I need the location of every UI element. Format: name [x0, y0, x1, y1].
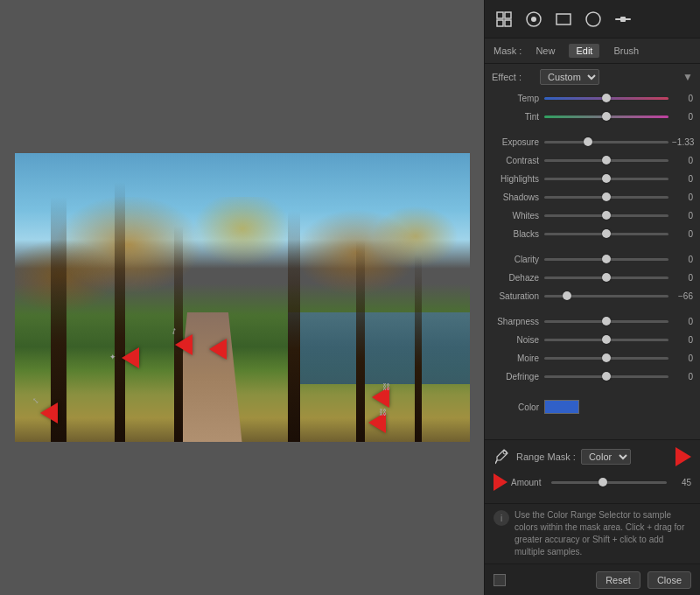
noise-track[interactable]: [544, 339, 668, 341]
blacks-slider-row: Blacks 0: [492, 226, 693, 242]
defringe-value: 0: [668, 372, 693, 382]
exposure-value: −1.33: [668, 137, 693, 147]
close-button[interactable]: Close: [648, 571, 691, 589]
marker-3: [209, 339, 227, 360]
range-tool-icon[interactable]: [611, 7, 635, 32]
tint-label: Tint: [492, 112, 544, 122]
blacks-thumb[interactable]: [602, 229, 611, 238]
effect-label: Effect :: [492, 72, 540, 82]
square-tool-icon[interactable]: [551, 7, 576, 32]
eyedropper-icon[interactable]: [494, 448, 511, 466]
noise-thumb[interactable]: [602, 335, 611, 344]
range-mask-select[interactable]: Color: [581, 449, 631, 465]
grid-tool-icon[interactable]: [492, 7, 516, 32]
temp-slider-row: Temp 0: [492, 90, 693, 106]
tree-4: [288, 211, 300, 442]
image-area: ✦ ⤢ ⤡ ⛓ ⛓: [0, 0, 484, 595]
temp-track[interactable]: [544, 97, 668, 100]
tree-5: [356, 240, 365, 442]
whites-label: Whites: [492, 211, 544, 220]
range-mask-row: Range Mask : Color: [494, 447, 691, 466]
toolbar: [485, 0, 700, 38]
marker-6-icon: ⛓: [379, 408, 387, 416]
enable-checkbox[interactable]: [494, 574, 506, 586]
contrast-thumb[interactable]: [602, 156, 611, 164]
marker-2: [175, 334, 192, 355]
tab-new[interactable]: New: [528, 44, 562, 58]
dehaze-slider-row: Dehaze 0: [492, 270, 693, 285]
sharpness-thumb[interactable]: [602, 317, 611, 326]
water-area: [288, 312, 470, 385]
tint-thumb[interactable]: [602, 112, 611, 121]
range-mask-section: Range Mask : Color Amount 45: [485, 439, 700, 503]
clarity-track[interactable]: [544, 258, 668, 261]
color-swatch[interactable]: [544, 400, 579, 414]
highlights-value: 0: [668, 174, 693, 184]
photo-scene: ✦ ⤢ ⤡ ⛓ ⛓: [15, 153, 470, 442]
mask-row: Mask : New Edit Brush: [485, 38, 700, 64]
highlights-thumb[interactable]: [602, 174, 611, 183]
shadows-thumb[interactable]: [602, 192, 611, 201]
photo-container: ✦ ⤢ ⤡ ⛓ ⛓: [15, 153, 470, 442]
amount-value: 45: [667, 478, 691, 487]
marker-1: [122, 347, 139, 368]
saturation-label: Saturation: [492, 291, 544, 301]
exposure-track[interactable]: [544, 141, 668, 144]
bottom-bar: Reset Close: [485, 564, 700, 595]
reset-button[interactable]: Reset: [596, 571, 640, 589]
marker-4-icon: ⤡: [32, 396, 39, 405]
tint-value: 0: [668, 112, 693, 122]
highlights-label: Highlights: [492, 174, 544, 184]
defringe-track[interactable]: [544, 375, 668, 378]
clarity-slider-row: Clarity 0: [492, 251, 693, 267]
amount-row: Amount 45: [494, 473, 691, 491]
noise-label: Noise: [492, 335, 544, 345]
defringe-slider-row: Defringe 0: [492, 368, 693, 384]
shadows-value: 0: [668, 192, 693, 202]
temp-thumb[interactable]: [602, 94, 611, 102]
shadows-track[interactable]: [544, 196, 668, 199]
amount-thumb[interactable]: [598, 478, 607, 486]
clarity-thumb[interactable]: [602, 255, 611, 263]
moire-label: Moire: [492, 354, 544, 363]
hint-text: Use the Color Range Selector to sample c…: [514, 509, 691, 558]
shadows-slider-row: Shadows 0: [492, 189, 693, 205]
svg-rect-1: [505, 12, 511, 18]
whites-thumb[interactable]: [602, 211, 611, 220]
saturation-thumb[interactable]: [563, 291, 571, 300]
effect-select[interactable]: Custom: [540, 69, 599, 85]
whites-track[interactable]: [544, 214, 668, 217]
marker-4: [40, 402, 58, 424]
temp-label: Temp: [492, 94, 544, 103]
contrast-track[interactable]: [544, 159, 668, 162]
funnel-icon: ▼: [682, 71, 693, 83]
exposure-thumb[interactable]: [584, 137, 592, 146]
svg-point-5: [531, 17, 536, 22]
range-mask-label: Range Mask :: [516, 452, 576, 462]
moire-track[interactable]: [544, 357, 668, 360]
sharpness-value: 0: [668, 317, 693, 326]
defringe-thumb[interactable]: [602, 372, 611, 381]
noise-slider-row: Noise 0: [492, 332, 693, 347]
blacks-track[interactable]: [544, 233, 668, 235]
moire-thumb[interactable]: [602, 354, 611, 362]
dehaze-track[interactable]: [544, 276, 668, 279]
amount-track[interactable]: [551, 481, 667, 484]
saturation-track[interactable]: [544, 295, 668, 298]
circle-dot-tool-icon[interactable]: [522, 7, 546, 32]
svg-rect-6: [556, 14, 570, 24]
highlights-slider-row: Highlights 0: [492, 171, 693, 186]
contrast-slider-row: Contrast 0: [492, 152, 693, 168]
clarity-label: Clarity: [492, 255, 544, 264]
clarity-value: 0: [668, 255, 693, 264]
tab-edit[interactable]: Edit: [569, 44, 599, 58]
shadows-label: Shadows: [492, 192, 544, 202]
sharpness-label: Sharpness: [492, 317, 544, 326]
tab-brush[interactable]: Brush: [606, 44, 646, 58]
svg-rect-3: [505, 20, 511, 26]
circle-tool-icon[interactable]: [581, 7, 606, 32]
highlights-track[interactable]: [544, 178, 668, 180]
sharpness-track[interactable]: [544, 320, 668, 323]
tint-track[interactable]: [544, 116, 668, 118]
dehaze-thumb[interactable]: [602, 273, 611, 282]
